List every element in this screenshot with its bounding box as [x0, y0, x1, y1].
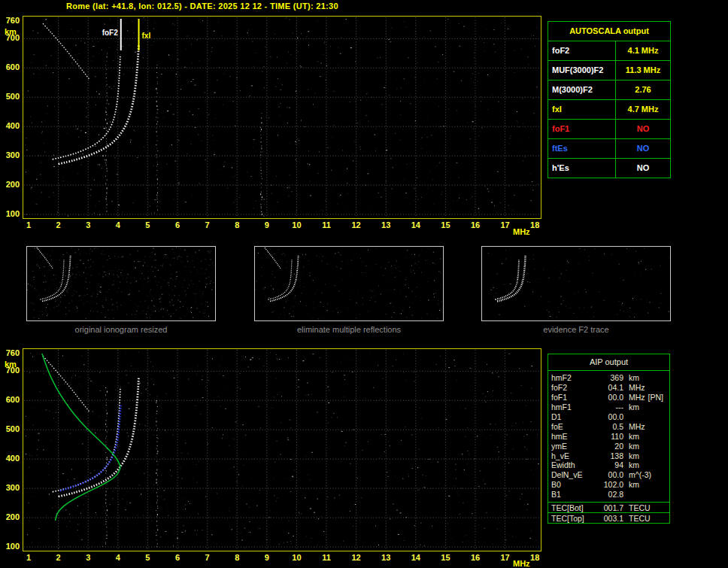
aip-row-name: B1: [548, 490, 590, 499]
x-tick: 9: [259, 554, 275, 562]
autoscala-row-label: M(3000)F2: [548, 80, 616, 99]
thumbnail-evidence-f2: [481, 246, 671, 321]
aip-row-value: 0.5: [590, 422, 623, 431]
aip-row-value: 138: [590, 451, 623, 460]
aip-row-value: 00.0: [590, 393, 623, 402]
aip-row-name: hmF1: [548, 402, 590, 412]
aip-row-unit: km: [629, 432, 639, 441]
aip-row: foF204.1MHz: [548, 383, 669, 393]
thumbnail-caption-eliminate: eliminate multiple reflections: [254, 325, 444, 334]
aip-row-name: Ewidth: [548, 460, 590, 469]
aip-row-unit: km: [629, 460, 639, 469]
thumbnail-eliminate-reflections: [254, 246, 444, 321]
noise-speckle: [25, 351, 540, 548]
autoscala-table: AUTOSCALA output foF24.1 MHzMUF(3000)F21…: [548, 21, 671, 178]
x-tick: 8: [229, 554, 245, 562]
grid: [24, 17, 540, 217]
x-tick: 16: [467, 554, 484, 562]
autoscala-row: foF1NO: [548, 120, 670, 139]
aip-row-unit: MHz: [629, 422, 645, 431]
thumb-trace: [497, 256, 526, 302]
aip-row: ymE20km: [548, 441, 669, 451]
series-electron-density-profile-n-h-: [42, 354, 120, 521]
tec-row-unit: TECU: [629, 503, 651, 512]
aip-row-unit: km: [629, 402, 639, 412]
aip-row-value: 369: [590, 373, 623, 382]
aip-table-title: AIP output: [548, 354, 669, 371]
x-tick: 5: [139, 554, 156, 562]
y-tick: 400: [0, 122, 20, 130]
y-tick: 500: [0, 93, 20, 101]
bottom-ionogram-canvas: [23, 349, 541, 551]
y-tick: 400: [0, 454, 20, 463]
aip-row-value: 04.1: [590, 383, 623, 392]
aip-row-value: 102.0: [590, 480, 623, 489]
app-title: Rome (lat: +41.8, lon: 012.5) - DATE: 20…: [66, 2, 338, 11]
aip-row-name: D1: [548, 412, 590, 421]
aip-row: h_vE138km: [548, 451, 669, 460]
aip-row-name: foE: [548, 422, 590, 431]
x-tick: 2: [50, 554, 67, 562]
autoscala-row-label: foF1: [548, 120, 616, 138]
aip-row-unit: km: [629, 480, 639, 489]
aip-row-value: 94: [590, 460, 623, 469]
x-tick: 11: [318, 554, 335, 562]
x-tick: 4: [110, 221, 126, 229]
autoscala-row: MUF(3000)F211.3 MHz: [548, 61, 670, 80]
top-ionogram-plot: foF2fxI: [23, 16, 541, 219]
tec-row-name: TEC[Bot]: [548, 503, 590, 512]
autoscala-row: ftEsNO: [548, 139, 670, 159]
aip-row: DelN_vE00.0m^(-3): [548, 470, 669, 480]
x-tick: 1: [20, 221, 37, 229]
autoscala-row-label: foF2: [548, 41, 616, 60]
y-tick: 500: [0, 425, 20, 433]
aip-row-extra: [PN]: [648, 393, 663, 402]
aip-row: D100.0: [548, 412, 669, 422]
autoscala-row: M(3000)F22.76: [548, 80, 670, 100]
aip-row-unit: km: [629, 442, 639, 451]
noise-speckle: [25, 17, 539, 216]
aip-row-name: B0: [548, 480, 590, 489]
y-tick: 700: [0, 366, 20, 375]
y-tick: 760: [0, 17, 20, 25]
aip-row-unit: MHz: [629, 383, 645, 392]
x-tick: 9: [259, 221, 275, 229]
tec-row-value: 001.7: [590, 503, 623, 512]
autoscala-row: fxI4.7 MHz: [548, 100, 670, 120]
x-tick: 11: [318, 221, 335, 229]
series-f2-x-mode-trace: [59, 44, 139, 164]
aip-row-unit: MHz: [629, 393, 645, 402]
autoscala-row: foF24.1 MHz: [548, 41, 670, 61]
tec-row-value: 003.1: [590, 514, 623, 523]
y-tick: 300: [0, 484, 20, 492]
x-tick: 3: [80, 554, 96, 562]
y-tick: 760: [0, 349, 20, 357]
x-tick: 7: [199, 554, 216, 562]
x-tick: 8: [229, 221, 245, 229]
x-tick: 17: [497, 554, 514, 562]
autoscala-row-value: NO: [616, 159, 670, 178]
y-tick: 600: [0, 63, 20, 71]
aip-row-value: 20: [590, 442, 623, 451]
aip-row-name: hmE: [548, 432, 590, 441]
thumbnail-caption-evidence: evidence F2 trace: [481, 325, 671, 334]
aip-row-name: foF2: [548, 383, 590, 392]
autoscala-row-label: fxI: [548, 100, 616, 119]
autoscala-row-label: h'Es: [548, 159, 616, 178]
x-tick: 13: [378, 221, 394, 229]
aip-table: AIP output hmF2369kmfoF204.1MHzfoF100.0M…: [548, 354, 670, 503]
thumb-noise: [255, 247, 442, 320]
aip-row: foE0.5MHz: [548, 421, 669, 431]
thumbnail-evidence-canvas: [482, 247, 670, 320]
x-tick: 3: [80, 221, 96, 229]
autoscala-row-value: 2.76: [616, 80, 670, 99]
aip-row-value: 02.8: [590, 490, 623, 499]
aip-row-unit: km: [629, 451, 639, 460]
y-tick: 100: [0, 542, 20, 551]
autoscala-table-title: AUTOSCALA output: [548, 22, 670, 41]
thumbnail-eliminate-canvas: [255, 247, 443, 320]
x-tick: 7: [199, 221, 216, 229]
autoscala-row-value: NO: [616, 139, 670, 158]
x-tick: 4: [110, 554, 126, 562]
x-tick: 6: [169, 221, 186, 229]
